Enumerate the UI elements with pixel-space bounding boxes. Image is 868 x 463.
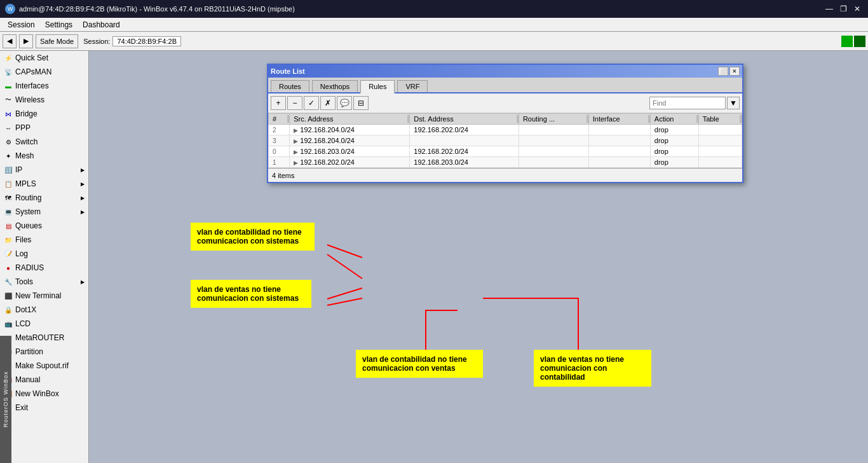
sidebar-label-partition: Partition [15, 347, 43, 356]
cell-routing [519, 135, 588, 146]
route-tabs: Routes Nexthops Rules VRF [268, 78, 742, 93]
sidebar-item-lcd[interactable]: 📺 LCD [0, 317, 88, 331]
cell-dst [410, 135, 519, 146]
svg-line-3 [327, 298, 362, 305]
route-window-restore[interactable]: ⬜ [718, 67, 728, 76]
svg-line-2 [327, 288, 362, 299]
cell-src: ▶ 192.168.203.0/24 [290, 146, 410, 157]
maximize-button[interactable]: ❐ [837, 3, 849, 15]
sidebar-label-wireless: Wireless [15, 95, 44, 104]
sidebar-item-ip[interactable]: 🔢 IP [0, 163, 88, 177]
sidebar-item-log[interactable]: 📝 Log [0, 247, 88, 261]
cell-table [698, 135, 742, 146]
sidebar-item-interfaces[interactable]: ▬ Interfaces [0, 79, 88, 93]
filter-button[interactable]: ⊟ [353, 96, 369, 110]
route-table: # Src. Address Dst. Address Routing ... … [268, 113, 742, 168]
sidebar-item-new-winbox[interactable]: 🪟 New WinBox [0, 387, 88, 401]
sidebar-item-partition[interactable]: 📦 Partition [0, 345, 88, 359]
sidebar-item-queues[interactable]: ▤ Queues [0, 219, 88, 233]
cell-table [698, 157, 742, 168]
cell-interface [588, 125, 650, 135]
sidebar-label-metarouter: MetaROUTER [15, 333, 64, 342]
disable-button[interactable]: ✗ [320, 96, 336, 110]
table-row[interactable]: 1 ▶ 192.168.202.0/24 192.168.203.0/24 dr… [269, 157, 742, 168]
session-label: Session: [83, 38, 110, 45]
content-area: vlan de contabilidad no tiene comunicaci… [89, 51, 868, 463]
back-button[interactable]: ◀ [3, 34, 17, 48]
add-button[interactable]: + [271, 96, 286, 110]
sidebar-item-routing[interactable]: 🗺 Routing [0, 191, 88, 205]
cell-src: ▶ 192.168.204.0/24 [290, 125, 410, 135]
app-icon: W [5, 4, 15, 14]
table-row[interactable]: 0 ▶ 192.168.203.0/24 192.168.202.0/24 dr… [269, 146, 742, 157]
sidebar-item-switch[interactable]: ⚙ Switch [0, 135, 88, 149]
minimize-button[interactable]: — [824, 3, 835, 15]
sidebar-item-new-terminal[interactable]: ⬛ New Terminal [0, 289, 88, 303]
cell-action: drop [650, 135, 698, 146]
safe-mode-button[interactable]: Safe Mode [36, 34, 78, 48]
route-table-container: # Src. Address Dst. Address Routing ... … [268, 113, 742, 168]
find-input[interactable] [649, 97, 726, 109]
table-row[interactable]: 2 ▶ 192.168.204.0/24 192.168.202.0/24 dr… [269, 125, 742, 135]
sidebar-label-lcd: LCD [15, 319, 31, 328]
sidebar-item-tools[interactable]: 🔧 Tools [0, 275, 88, 289]
sidebar-item-capsman[interactable]: 📡 CAPsMAN [0, 65, 88, 79]
sidebar-label-exit: Exit [15, 403, 28, 412]
bridge-icon: ⋈ [4, 109, 13, 118]
toolbar: ◀ ▶ Safe Mode Session: 74:4D:28:B9:F4:2B [0, 32, 868, 51]
find-dropdown[interactable]: ▼ [727, 97, 740, 109]
sidebar-item-mesh[interactable]: ✦ Mesh [0, 149, 88, 163]
cell-num: 1 [269, 157, 290, 168]
files-icon: 📁 [4, 235, 13, 244]
title-bar-left: W admin@74:4D:28:B9:F4:2B (MikroTik) - W… [5, 4, 295, 14]
queues-icon: ▤ [4, 221, 13, 230]
tab-rules[interactable]: Rules [360, 80, 395, 93]
tab-routes[interactable]: Routes [271, 80, 309, 92]
sidebar-item-mpls[interactable]: 📋 MPLS [0, 177, 88, 191]
annotation-1: vlan de contabilidad no tiene comunicaci… [191, 223, 315, 251]
enable-button[interactable]: ✓ [304, 96, 319, 110]
find-box: ▼ [649, 97, 740, 109]
sidebar-label-files: Files [15, 235, 31, 244]
close-button[interactable]: ✕ [851, 3, 863, 15]
sidebar-item-wireless[interactable]: 〜 Wireless [0, 93, 88, 107]
menu-dashboard[interactable]: Dashboard [78, 19, 125, 31]
comment-button[interactable]: 💬 [337, 96, 352, 110]
title-bar-controls[interactable]: — ❐ ✕ [824, 3, 863, 15]
annotation-2: vlan de ventas no tiene comunicacion con… [191, 280, 311, 308]
cell-table [698, 125, 742, 135]
cell-routing [519, 125, 588, 135]
sidebar-item-files[interactable]: 📁 Files [0, 233, 88, 247]
route-window-close[interactable]: ✕ [729, 67, 740, 76]
sidebar-item-exit[interactable]: ✕ Exit [0, 401, 88, 415]
sidebar-item-manual[interactable]: 📖 Manual [0, 373, 88, 387]
cell-num: 3 [269, 135, 290, 146]
table-row[interactable]: 3 ▶ 192.168.204.0/24 drop [269, 135, 742, 146]
route-window-title: Route List [271, 67, 305, 75]
sidebar-item-make-supout[interactable]: 📄 Make Supout.rif [0, 359, 88, 373]
system-icon: 💻 [4, 207, 13, 216]
menu-settings[interactable]: Settings [40, 19, 78, 31]
sidebar-item-system[interactable]: 💻 System [0, 205, 88, 219]
sidebar: ⚡ Quick Set 📡 CAPsMAN ▬ Interfaces 〜 Wir… [0, 51, 89, 463]
remove-button[interactable]: − [287, 96, 302, 110]
sidebar-item-radius[interactable]: ● RADIUS [0, 261, 88, 275]
svg-line-0 [327, 245, 362, 258]
ip-icon: 🔢 [4, 165, 13, 174]
sidebar-item-quick-set[interactable]: ⚡ Quick Set [0, 51, 88, 65]
cell-action: drop [650, 125, 698, 135]
col-routing: Routing ... [519, 114, 588, 125]
sidebar-item-metarouter[interactable]: ● MetaROUTER [0, 331, 88, 345]
menu-session[interactable]: Session [3, 19, 40, 31]
sidebar-item-bridge[interactable]: ⋈ Bridge [0, 107, 88, 121]
tab-vrf[interactable]: VRF [397, 80, 428, 92]
sidebar-item-ppp[interactable]: ↔ PPP [0, 121, 88, 135]
tab-nexthops[interactable]: Nexthops [312, 80, 358, 92]
sidebar-label-new-terminal: New Terminal [15, 291, 61, 300]
cell-interface [588, 146, 650, 157]
route-window-controls[interactable]: ⬜ ✕ [718, 67, 740, 76]
table-toolbar: + − ✓ ✗ 💬 ⊟ ▼ [268, 93, 742, 113]
sidebar-item-dot1x[interactable]: 🔒 Dot1X [0, 303, 88, 317]
forward-button[interactable]: ▶ [19, 34, 33, 48]
mesh-icon: ✦ [4, 151, 13, 160]
